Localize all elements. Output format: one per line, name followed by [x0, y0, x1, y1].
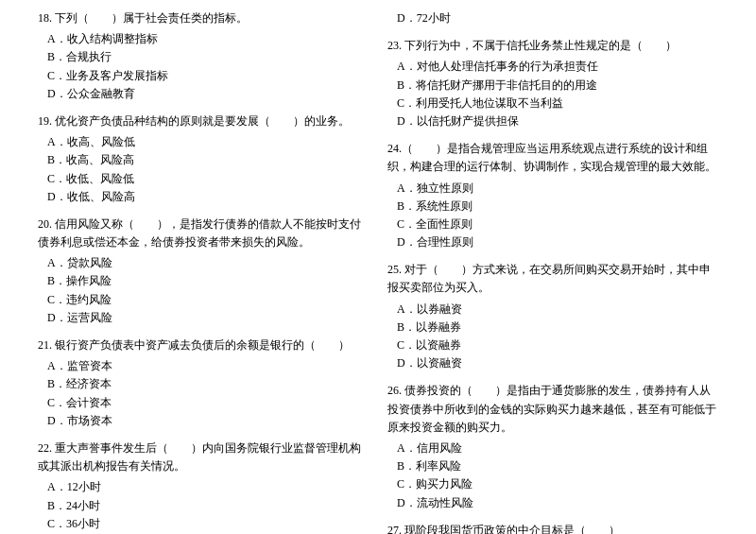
- option-q23-3: D．以信托财产提供担保: [387, 112, 718, 130]
- question-title-q27: 27. 现阶段我国货币政策的中介目标是（ ）: [387, 522, 718, 534]
- option-q22d-0: D．72小时: [387, 9, 718, 27]
- question-block-q27: 27. 现阶段我国货币政策的中介目标是（ ）A．基础货币B．货币供应量: [387, 522, 718, 534]
- option-q18-2: C．业务及客户发展指标: [38, 67, 369, 85]
- option-q24-3: D．合理性原则: [387, 233, 718, 251]
- option-q19-3: D．收低、风险高: [38, 188, 369, 206]
- option-q20-2: C．违约风险: [38, 291, 369, 309]
- question-title-q19: 19. 优化资产负债品种结构的原则就是要发展（ ）的业务。: [38, 112, 369, 130]
- option-q23-2: C．利用受托人地位谋取不当利益: [387, 95, 718, 112]
- option-q23-1: B．将信托财产挪用于非信托目的的用途: [387, 77, 718, 95]
- question-block-q21: 21. 银行资产负债表中资产减去负债后的余额是银行的（ ）A．监管资本B．经济资…: [38, 336, 369, 430]
- question-title-q24: 24.（ ）是指合规管理应当运用系统观点进行系统的设计和组织，构建合理的运行体制…: [387, 140, 718, 176]
- question-title-q26: 26. 债券投资的（ ）是指由于通货膨胀的发生，债券持有人从投资债券中所收到的金…: [387, 382, 718, 437]
- question-title-q18: 18. 下列（ ）属于社会责任类的指标。: [38, 9, 369, 27]
- option-q18-0: A．收入结构调整指标: [38, 30, 369, 48]
- option-q23-0: A．对他人处理信托事务的行为承担责任: [387, 58, 718, 76]
- question-title-q23: 23. 下列行为中，不属于信托业务禁止性规定的是（ ）: [387, 37, 718, 55]
- option-q21-0: A．监管资本: [38, 357, 369, 375]
- question-block-q23: 23. 下列行为中，不属于信托业务禁止性规定的是（ ）A．对他人处理信托事务的行…: [387, 37, 718, 130]
- question-block-q25: 25. 对于（ ）方式来说，在交易所间购买交易开始时，其中申报买卖部位为买入。A…: [387, 261, 718, 372]
- option-q20-3: D．运营风险: [38, 309, 369, 327]
- question-title-q20: 20. 信用风险又称（ ），是指发行债券的借款人不能按时支付债券利息或偿还本金，…: [38, 215, 369, 251]
- question-title-q25: 25. 对于（ ）方式来说，在交易所间购买交易开始时，其中申报买卖部位为买入。: [387, 261, 718, 297]
- option-q21-3: D．市场资本: [38, 412, 369, 430]
- option-q20-0: A．贷款风险: [38, 254, 369, 272]
- option-q24-0: A．独立性原则: [387, 180, 718, 198]
- option-q24-1: B．系统性原则: [387, 198, 718, 215]
- option-q24-2: C．全面性原则: [387, 215, 718, 233]
- option-q25-0: A．以券融资: [387, 301, 718, 319]
- question-title-q21: 21. 银行资产负债表中资产减去负债后的余额是银行的（ ）: [38, 336, 369, 354]
- option-q19-2: C．收低、风险低: [38, 170, 369, 188]
- option-q26-3: D．流动性风险: [387, 494, 718, 512]
- option-q26-0: A．信用风险: [387, 439, 718, 457]
- left-column: 18. 下列（ ）属于社会责任类的指标。A．收入结构调整指标B．合规执行C．业务…: [28, 9, 378, 534]
- option-q19-1: B．收高、风险高: [38, 151, 369, 169]
- option-q20-1: B．操作风险: [38, 272, 369, 290]
- question-block-q22d: D．72小时: [387, 9, 718, 27]
- option-q18-1: B．合规执行: [38, 48, 369, 66]
- option-q26-1: B．利率风险: [387, 457, 718, 475]
- option-q22-1: B．24小时: [38, 497, 369, 515]
- question-block-q19: 19. 优化资产负债品种结构的原则就是要发展（ ）的业务。A．收高、风险低B．收…: [38, 112, 369, 206]
- question-block-q24: 24.（ ）是指合规管理应当运用系统观点进行系统的设计和组织，构建合理的运行体制…: [387, 140, 718, 251]
- right-column: D．72小时23. 下列行为中，不属于信托业务禁止性规定的是（ ）A．对他人处理…: [378, 9, 728, 534]
- option-q25-2: C．以资融券: [387, 336, 718, 354]
- option-q22-0: A．12小时: [38, 478, 369, 496]
- question-block-q20: 20. 信用风险又称（ ），是指发行债券的借款人不能按时支付债券利息或偿还本金，…: [38, 215, 369, 327]
- option-q21-2: C．会计资本: [38, 394, 369, 412]
- question-block-q18: 18. 下列（ ）属于社会责任类的指标。A．收入结构调整指标B．合规执行C．业务…: [38, 9, 369, 103]
- question-title-q22: 22. 重大声誉事件发生后（ ）内向国务院银行业监督管理机构或其派出机构报告有关…: [38, 439, 369, 475]
- option-q21-1: B．经济资本: [38, 375, 369, 393]
- page-content: 18. 下列（ ）属于社会责任类的指标。A．收入结构调整指标B．合规执行C．业务…: [28, 9, 728, 534]
- question-block-q26: 26. 债券投资的（ ）是指由于通货膨胀的发生，债券持有人从投资债券中所收到的金…: [387, 382, 718, 511]
- option-q19-0: A．收高、风险低: [38, 133, 369, 151]
- option-q26-2: C．购买力风险: [387, 475, 718, 493]
- question-block-q22: 22. 重大声誉事件发生后（ ）内向国务院银行业监督管理机构或其派出机构报告有关…: [38, 439, 369, 533]
- option-q18-3: D．公众金融教育: [38, 85, 369, 103]
- option-q25-1: B．以券融券: [387, 319, 718, 336]
- option-q22-2: C．36小时: [38, 515, 369, 533]
- option-q25-3: D．以资融资: [387, 354, 718, 372]
